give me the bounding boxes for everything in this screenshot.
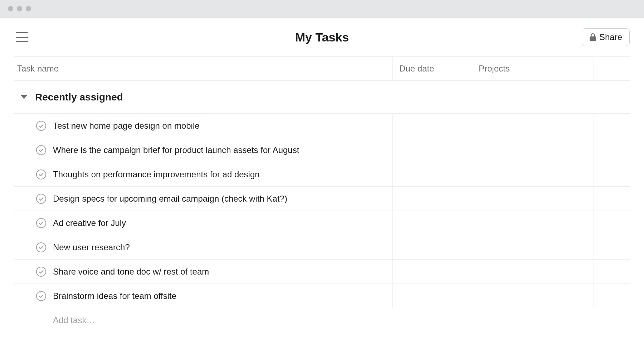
add-task-placeholder: Add task… [53, 315, 95, 325]
projects-cell[interactable] [472, 187, 594, 211]
table-row[interactable]: Where is the campaign brief for product … [14, 138, 630, 162]
task-name-cell[interactable]: Ad creative for July [14, 211, 393, 235]
due-date-cell[interactable] [393, 260, 472, 284]
task-name-label: Where is the campaign brief for product … [53, 145, 299, 155]
task-name-cell[interactable]: Where is the campaign brief for product … [14, 138, 393, 162]
section-header[interactable]: Recently assigned [14, 81, 630, 114]
menu-icon[interactable] [16, 32, 28, 42]
svg-point-7 [36, 291, 46, 300]
due-date-cell[interactable] [393, 211, 472, 235]
svg-point-3 [36, 194, 46, 203]
window-titlebar [0, 0, 644, 18]
table-row[interactable]: New user research? [14, 235, 630, 260]
column-header-task-name[interactable]: Task name [14, 57, 393, 80]
check-circle-icon[interactable] [36, 169, 47, 180]
table-row[interactable]: Design specs for upcoming email campaign… [14, 187, 630, 211]
chevron-down-icon [21, 95, 27, 99]
window-close-dot[interactable] [8, 6, 13, 11]
check-circle-icon[interactable] [36, 120, 47, 131]
share-button[interactable]: Share [582, 28, 630, 46]
table-row[interactable]: Ad creative for July [14, 211, 630, 235]
task-name-cell[interactable]: Design specs for upcoming email campaign… [14, 187, 393, 211]
task-name-cell[interactable]: Thoughts on performance improvements for… [14, 162, 393, 186]
extra-cell[interactable] [594, 284, 630, 308]
due-date-cell[interactable] [393, 284, 472, 308]
table-row[interactable]: Test new home page design on mobile [14, 114, 630, 138]
extra-cell[interactable] [594, 211, 630, 235]
check-circle-icon[interactable] [36, 266, 47, 277]
projects-cell[interactable] [472, 211, 594, 235]
check-circle-icon[interactable] [36, 291, 47, 301]
extra-cell[interactable] [594, 187, 630, 211]
add-task-row[interactable]: Add task… [14, 308, 630, 332]
share-button-label: Share [599, 32, 622, 42]
column-header-due-date[interactable]: Due date [393, 57, 472, 80]
table-row[interactable]: Thoughts on performance improvements for… [14, 162, 630, 187]
window-minimize-dot[interactable] [17, 6, 22, 11]
extra-cell[interactable] [594, 138, 630, 162]
table-header-row: Task name Due date Projects [14, 56, 630, 81]
task-rows: Test new home page design on mobileWhere… [14, 114, 630, 308]
projects-cell[interactable] [472, 114, 594, 138]
task-name-label: Test new home page design on mobile [53, 121, 200, 131]
task-name-cell[interactable]: Share voice and tone doc w/ rest of team [14, 260, 393, 284]
svg-point-2 [36, 169, 46, 179]
page-title: My Tasks [295, 30, 349, 44]
task-name-label: New user research? [53, 242, 130, 252]
task-name-label: Brainstorm ideas for team offsite [53, 291, 176, 301]
app-header: My Tasks Share [0, 18, 644, 56]
svg-point-6 [36, 267, 46, 276]
due-date-cell[interactable] [393, 138, 472, 162]
column-header-extra[interactable] [594, 57, 630, 80]
extra-cell[interactable] [594, 260, 630, 284]
due-date-cell[interactable] [393, 114, 472, 138]
projects-cell[interactable] [472, 235, 594, 259]
table-row[interactable]: Share voice and tone doc w/ rest of team [14, 260, 630, 284]
lock-icon [589, 33, 596, 41]
due-date-cell[interactable] [393, 187, 472, 211]
check-circle-icon[interactable] [36, 242, 47, 253]
due-date-cell[interactable] [393, 235, 472, 259]
task-name-label: Thoughts on performance improvements for… [53, 169, 260, 179]
extra-cell[interactable] [594, 235, 630, 259]
projects-cell[interactable] [472, 284, 594, 308]
check-circle-icon[interactable] [36, 145, 47, 156]
task-table: Task name Due date Projects Recently ass… [0, 56, 644, 332]
task-name-cell[interactable]: Test new home page design on mobile [14, 114, 393, 138]
check-circle-icon[interactable] [36, 218, 47, 228]
section-title: Recently assigned [35, 92, 123, 103]
task-name-cell[interactable]: New user research? [14, 235, 393, 259]
svg-point-0 [36, 121, 46, 130]
check-circle-icon[interactable] [36, 193, 47, 204]
svg-point-1 [36, 145, 46, 154]
svg-point-4 [36, 218, 46, 227]
extra-cell[interactable] [594, 162, 630, 186]
due-date-cell[interactable] [393, 162, 472, 186]
task-name-label: Share voice and tone doc w/ rest of team [53, 267, 209, 277]
window-zoom-dot[interactable] [26, 6, 31, 11]
task-name-label: Ad creative for July [53, 218, 126, 228]
table-row[interactable]: Brainstorm ideas for team offsite [14, 284, 630, 308]
projects-cell[interactable] [472, 162, 594, 186]
column-header-projects[interactable]: Projects [472, 57, 594, 80]
task-name-label: Design specs for upcoming email campaign… [53, 194, 287, 204]
extra-cell[interactable] [594, 114, 630, 138]
svg-point-5 [36, 242, 46, 252]
task-name-cell[interactable]: Brainstorm ideas for team offsite [14, 284, 393, 308]
projects-cell[interactable] [472, 138, 594, 162]
projects-cell[interactable] [472, 260, 594, 284]
